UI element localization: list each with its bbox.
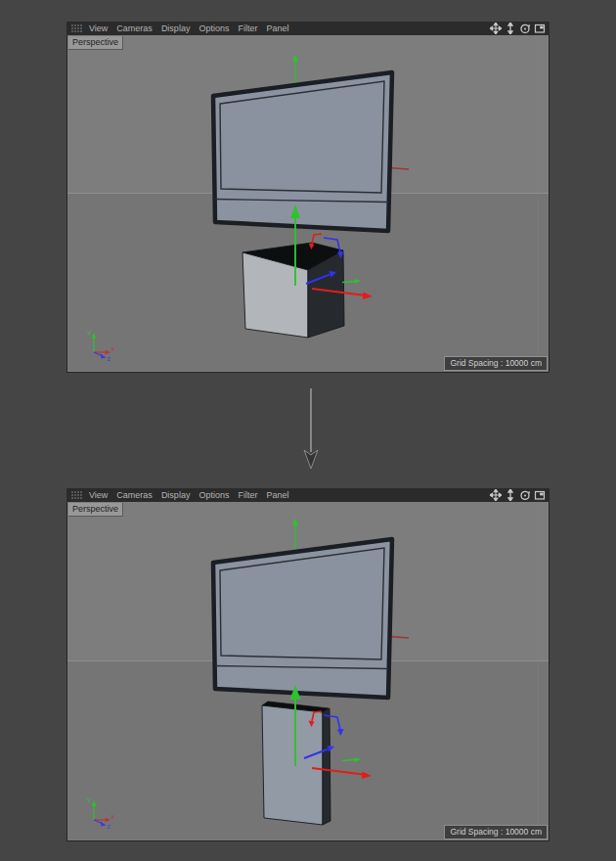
menu-filter[interactable]: Filter — [238, 490, 257, 500]
grid-handle-icon[interactable] — [70, 490, 84, 500]
desktop: { "window": { "background_color": "#4545… — [0, 0, 616, 861]
grid-spacing-badge: Grid Spacing : 10000 cm — [444, 825, 548, 839]
tv-model[interactable] — [213, 539, 392, 698]
view-label: Perspective — [68, 36, 123, 50]
viewport-toolbar — [490, 23, 547, 34]
pan-icon[interactable] — [490, 23, 502, 34]
dolly-icon[interactable] — [505, 23, 516, 34]
triad-x-label: X — [111, 346, 115, 352]
menu-filter[interactable]: Filter — [238, 23, 257, 33]
triad-x-label: X — [111, 814, 115, 820]
toggle-layout-icon[interactable] — [534, 489, 546, 501]
menu-view[interactable]: View — [89, 23, 108, 33]
menu-view[interactable]: View — [89, 490, 108, 500]
viewport-menubar: View Cameras Display Options Filter Pane… — [66, 22, 550, 35]
menu-cameras[interactable]: Cameras — [116, 490, 153, 500]
grid-handle-icon[interactable] — [70, 23, 84, 33]
tv-model[interactable] — [213, 72, 392, 231]
view-label: Perspective — [68, 503, 123, 517]
menu-panel[interactable]: Panel — [266, 490, 288, 500]
viewport-panel-before: View Cameras Display Options Filter Pane… — [66, 22, 550, 373]
menu-cameras[interactable]: Cameras — [116, 23, 153, 33]
rotate-icon[interactable] — [519, 489, 531, 501]
dolly-icon[interactable] — [505, 489, 516, 501]
rotate-icon[interactable] — [519, 23, 531, 34]
scene-after: Y X Z — [67, 502, 549, 839]
viewport-toolbar — [490, 489, 547, 501]
scene-before: Y X Z — [67, 35, 549, 371]
menu-panel[interactable]: Panel — [266, 23, 288, 33]
scaled-slab-model[interactable] — [262, 702, 330, 825]
triad-y-label: Y — [87, 330, 92, 337]
perspective-viewport-before[interactable]: Perspective — [66, 35, 550, 373]
transition-arrow — [299, 385, 323, 474]
grid-spacing-badge: Grid Spacing : 10000 cm — [444, 356, 548, 371]
menu-display[interactable]: Display — [161, 23, 191, 33]
toggle-layout-icon[interactable] — [534, 23, 546, 34]
menu-options[interactable]: Options — [198, 490, 229, 500]
perspective-viewport-after[interactable]: Perspective — [66, 502, 550, 841]
triad-y-label: Y — [87, 797, 92, 804]
menu-display[interactable]: Display — [161, 490, 191, 500]
viewport-panel-after: View Cameras Display Options Filter Pane… — [66, 488, 550, 841]
menu-options[interactable]: Options — [198, 23, 229, 33]
pan-icon[interactable] — [490, 489, 502, 501]
viewport-menubar: View Cameras Display Options Filter Pane… — [66, 488, 550, 502]
